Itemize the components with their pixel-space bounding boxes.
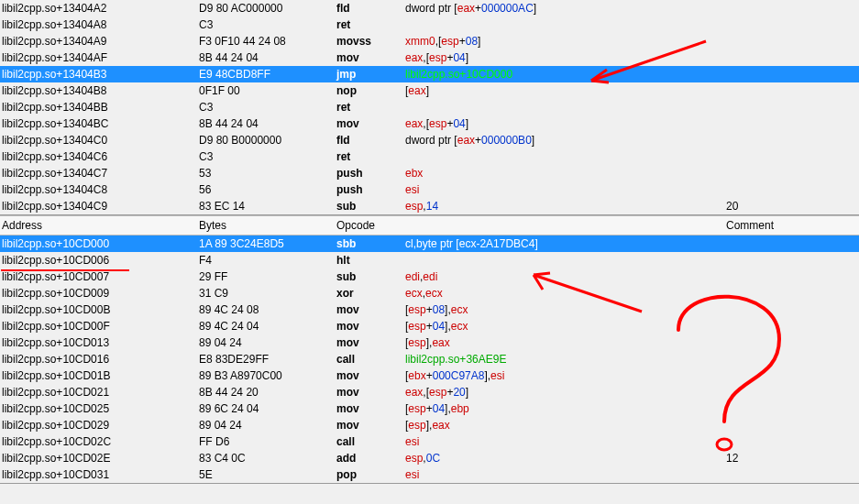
disasm-row[interactable]: libil2cpp.so+10CD02E83 C4 0Caddesp,0C12 xyxy=(0,450,859,466)
opcode-cell: pop xyxy=(336,468,405,481)
disasm-row[interactable]: libil2cpp.so+10CD016E8 83DE29FFcalllibil… xyxy=(0,351,859,367)
opcode-cell: hlt xyxy=(336,254,405,267)
disasm-row[interactable]: libil2cpp.so+13404BC8B 44 24 04moveax,[e… xyxy=(0,115,859,132)
address-cell: libil2cpp.so+13404C8 xyxy=(2,183,199,196)
address-cell: libil2cpp.so+10CD025 xyxy=(2,402,199,415)
disasm-row[interactable]: libil2cpp.so+13404B3E9 48CBD8FFjmplibil2… xyxy=(0,66,859,82)
operands-cell: esi xyxy=(405,435,726,448)
address-cell: libil2cpp.so+10CD01B xyxy=(2,369,199,382)
bytes-cell: C3 xyxy=(199,18,336,31)
operands-cell: [esp+04],ebp xyxy=(405,402,726,415)
opcode-cell: push xyxy=(336,183,405,196)
opcode-cell: sub xyxy=(336,270,405,283)
address-cell: libil2cpp.so+10CD009 xyxy=(2,287,199,300)
operands-cell: [esp],eax xyxy=(405,419,726,432)
opcode-cell: nop xyxy=(336,84,405,97)
address-cell: libil2cpp.so+13404BC xyxy=(2,117,199,130)
operands-cell: libil2cpp.so+10CD000 xyxy=(405,68,726,81)
bytes-cell: 8B 44 24 04 xyxy=(199,117,336,130)
opcode-cell: ret xyxy=(336,150,405,163)
disasm-row[interactable]: libil2cpp.so+10CD00729 FFsubedi,edi xyxy=(0,268,859,285)
disasm-row[interactable]: libil2cpp.so+13404C983 EC 14subesp,1420 xyxy=(0,198,859,214)
address-cell: libil2cpp.so+13404BB xyxy=(2,101,199,114)
operands-cell: [esp],eax xyxy=(405,336,726,349)
opcode-cell: mov xyxy=(336,402,405,415)
address-cell: libil2cpp.so+13404B3 xyxy=(2,68,199,81)
disasm-bottom-pane[interactable]: libil2cpp.so+10CD0001A 89 3C24E8D5sbbcl,… xyxy=(0,236,859,484)
disasm-row[interactable]: libil2cpp.so+10CD00931 C9xorecx,ecx xyxy=(0,285,859,301)
address-cell: libil2cpp.so+10CD02C xyxy=(2,435,199,448)
disasm-row[interactable]: libil2cpp.so+10CD0218B 44 24 20moveax,[e… xyxy=(0,384,859,400)
comment-cell: 12 xyxy=(726,452,859,465)
opcode-cell: push xyxy=(336,167,405,180)
bytes-cell: 89 4C 24 04 xyxy=(199,320,336,333)
disasm-row[interactable]: libil2cpp.so+10CD0315Epopesi xyxy=(0,466,859,483)
disasm-top-pane[interactable]: libil2cpp.so+13404A2D9 80 AC000000flddwo… xyxy=(0,0,859,215)
bytes-cell: E9 48CBD8FF xyxy=(199,68,336,81)
bytes-cell: D9 80 AC000000 xyxy=(199,2,336,15)
disasm-row[interactable]: libil2cpp.so+10CD0001A 89 3C24E8D5sbbcl,… xyxy=(0,236,859,252)
address-cell: libil2cpp.so+10CD029 xyxy=(2,419,199,432)
bytes-cell: C3 xyxy=(199,101,336,114)
bytes-cell: 83 EC 14 xyxy=(199,200,336,213)
address-cell: libil2cpp.so+10CD016 xyxy=(2,353,199,366)
operands-cell: dword ptr [eax+000000B0] xyxy=(405,134,726,147)
operands-cell: ecx,ecx xyxy=(405,287,726,300)
bytes-cell: 8B 44 24 20 xyxy=(199,386,336,399)
bytes-cell: FF D6 xyxy=(199,435,336,448)
operands-cell: cl,byte ptr [ecx-2A17DBC4] xyxy=(405,237,726,250)
disasm-row[interactable]: libil2cpp.so+10CD006F4hlt xyxy=(0,252,859,268)
disasm-row[interactable]: libil2cpp.so+13404A2D9 80 AC000000flddwo… xyxy=(0,0,859,16)
operands-cell: esp,0C xyxy=(405,452,726,465)
disasm-row[interactable]: libil2cpp.so+10CD01B89 B3 A8970C00mov[eb… xyxy=(0,367,859,384)
disasm-row[interactable]: libil2cpp.so+13404AF8B 44 24 04moveax,[e… xyxy=(0,49,859,66)
bytes-cell: D9 80 B0000000 xyxy=(199,134,336,147)
opcode-cell: fld xyxy=(336,134,405,147)
opcode-cell: mov xyxy=(336,320,405,333)
disasm-row[interactable]: libil2cpp.so+13404C0D9 80 B0000000flddwo… xyxy=(0,132,859,148)
disasm-row[interactable]: libil2cpp.so+10CD00B89 4C 24 08mov[esp+0… xyxy=(0,301,859,318)
disasm-row[interactable]: libil2cpp.so+10CD01389 04 24mov[esp],eax xyxy=(0,334,859,351)
comment-cell: 20 xyxy=(726,200,859,213)
address-cell: libil2cpp.so+10CD000 xyxy=(2,237,199,250)
disasm-row[interactable]: libil2cpp.so+13404A9F3 0F10 44 24 08movs… xyxy=(0,33,859,49)
disasm-row[interactable]: libil2cpp.so+10CD00F89 4C 24 04mov[esp+0… xyxy=(0,318,859,334)
operands-cell: libil2cpp.so+36AE9E xyxy=(405,353,726,366)
opcode-cell: mov xyxy=(336,369,405,382)
disasm-row[interactable]: libil2cpp.so+10CD02989 04 24mov[esp],eax xyxy=(0,417,859,433)
address-cell: libil2cpp.so+13404A9 xyxy=(2,35,199,48)
bytes-cell: 89 04 24 xyxy=(199,419,336,432)
disasm-row[interactable]: libil2cpp.so+10CD02CFF D6callesi xyxy=(0,433,859,450)
disasm-row[interactable]: libil2cpp.so+13404B80F1F 00nop[eax] xyxy=(0,82,859,99)
disasm-row[interactable]: libil2cpp.so+10CD02589 6C 24 04mov[esp+0… xyxy=(0,400,859,417)
header-bytes: Bytes xyxy=(199,219,336,232)
operands-cell: ebx xyxy=(405,167,726,180)
opcode-cell: mov xyxy=(336,117,405,130)
bytes-cell: C3 xyxy=(199,150,336,163)
disasm-row[interactable]: libil2cpp.so+13404C753pushebx xyxy=(0,165,859,181)
disasm-row[interactable]: libil2cpp.so+13404C6C3ret xyxy=(0,148,859,165)
opcode-cell: mov xyxy=(336,303,405,316)
opcode-cell: call xyxy=(336,435,405,448)
operands-cell: esi xyxy=(405,183,726,196)
opcode-cell: ret xyxy=(336,101,405,114)
operands-cell: [eax] xyxy=(405,84,726,97)
bytes-cell: 31 C9 xyxy=(199,287,336,300)
operands-cell: xmm0,[esp+08] xyxy=(405,35,726,48)
operands-cell: dword ptr [eax+000000AC] xyxy=(405,2,726,15)
address-cell: libil2cpp.so+10CD00B xyxy=(2,303,199,316)
opcode-cell: fld xyxy=(336,2,405,15)
operands-cell: [esp+04],ecx xyxy=(405,320,726,333)
bytes-cell: 8B 44 24 04 xyxy=(199,51,336,64)
disasm-row[interactable]: libil2cpp.so+13404C856pushesi xyxy=(0,181,859,198)
address-cell: libil2cpp.so+10CD007 xyxy=(2,270,199,283)
address-cell: libil2cpp.so+13404C9 xyxy=(2,200,199,213)
address-cell: libil2cpp.so+13404B8 xyxy=(2,84,199,97)
opcode-cell: call xyxy=(336,353,405,366)
address-cell: libil2cpp.so+10CD006 xyxy=(2,254,199,267)
header-address: Address xyxy=(2,219,199,232)
opcode-cell: movss xyxy=(336,35,405,48)
disasm-row[interactable]: libil2cpp.so+13404A8C3ret xyxy=(0,16,859,33)
disasm-row[interactable]: libil2cpp.so+13404BBC3ret xyxy=(0,99,859,115)
address-cell: libil2cpp.so+13404C7 xyxy=(2,167,199,180)
